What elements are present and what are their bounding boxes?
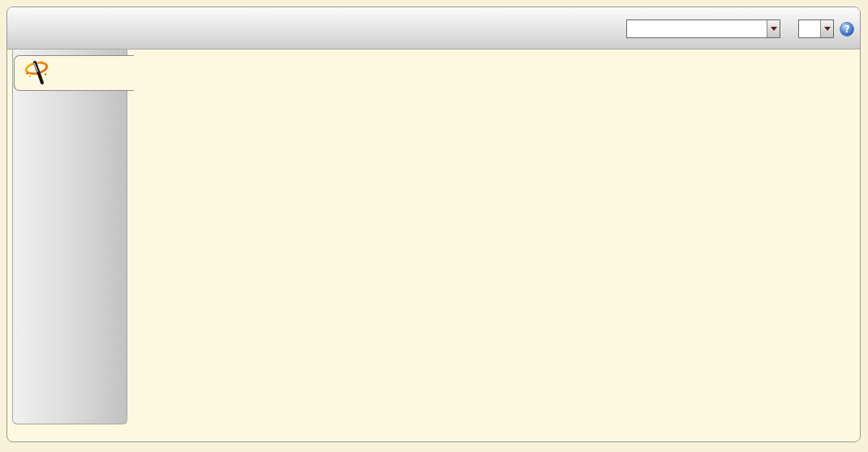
rdn-identifier-select[interactable] xyxy=(798,19,834,38)
chevron-down-icon xyxy=(767,20,780,37)
sudo-role-form xyxy=(7,50,860,441)
help-icon: ? xyxy=(840,22,854,37)
svg-text:?: ? xyxy=(844,24,850,35)
header-controls: ? xyxy=(621,19,854,38)
chevron-down-icon xyxy=(820,20,833,37)
titlebar: ? xyxy=(7,7,860,50)
sudo-role-edit-window: ? xyxy=(6,6,861,442)
header-help-icon[interactable]: ? xyxy=(840,22,854,37)
suffix-select[interactable] xyxy=(626,19,780,38)
